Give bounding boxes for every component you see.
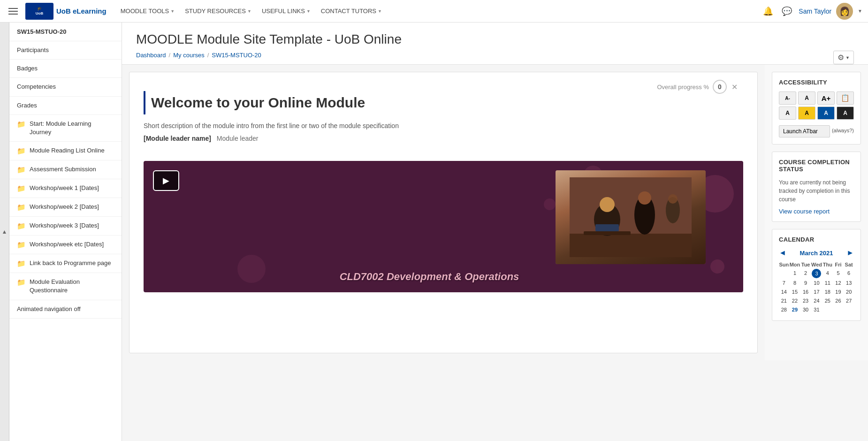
site-name[interactable]: UoB eLearning (56, 7, 107, 15)
cal-day-9[interactable]: 9 (800, 279, 811, 287)
sidebar-item-label: Workshop/week etc [Dates] (30, 240, 104, 249)
cal-header-fri: Fri (833, 261, 844, 268)
cal-day-26[interactable]: 26 (833, 297, 844, 305)
cal-day-7[interactable]: 7 (779, 279, 789, 287)
theme-default-button[interactable]: A (779, 106, 796, 120)
launch-atbar-label: Launch ATbar (783, 128, 818, 135)
folder-icon: 📁 (17, 120, 26, 129)
cal-day-18[interactable]: 18 (822, 288, 833, 296)
accessibility-panel: ACCESSIBILITY A- A A+ 📋 A A A A Launch A… (772, 72, 861, 144)
cal-day-1[interactable]: 1 (790, 269, 800, 278)
cal-day-10[interactable]: 10 (811, 279, 822, 287)
cal-day-5[interactable]: 5 (833, 269, 844, 278)
cal-header-sat: Sat (844, 261, 854, 268)
cal-day-16[interactable]: 16 (800, 288, 811, 296)
close-progress-button[interactable]: ✕ (731, 82, 739, 92)
video-play-button[interactable]: ▶ (153, 170, 179, 191)
cal-day-25[interactable]: 25 (822, 297, 833, 305)
font-normal-button[interactable]: A (798, 91, 815, 105)
nav-useful-links[interactable]: USEFUL LINKS ▼ (257, 5, 315, 17)
sidebar-item-start-journey[interactable]: 📁 Start: Module Learning Journey (9, 115, 122, 142)
cal-day-29[interactable]: 29 (790, 305, 800, 314)
settings-button[interactable]: ⚙ ▼ (833, 51, 854, 64)
page-layout: ▲ SW15-MSTUO-20 Participants Badges Comp… (0, 23, 868, 441)
sidebar-item-workshop1[interactable]: 📁 Workshop/week 1 [Dates] (9, 179, 122, 198)
cal-day-20[interactable]: 20 (844, 288, 854, 296)
cal-day-21[interactable]: 21 (779, 297, 789, 305)
cal-day-3-today[interactable]: 3 (812, 269, 821, 278)
hamburger-button[interactable] (6, 5, 21, 17)
completion-text: You are currently not being tracked by c… (779, 178, 854, 204)
sidebar-item-evaluation[interactable]: 📁 Module Evaluation Questionnaire (9, 273, 122, 300)
sidebar-item-workshop2[interactable]: 📁 Workshop/week 2 [Dates] (9, 198, 122, 217)
svg-rect-7 (595, 224, 619, 231)
cal-day-13[interactable]: 13 (844, 279, 854, 287)
theme-blue-button[interactable]: A (817, 106, 835, 120)
cal-day-4[interactable]: 4 (822, 269, 833, 278)
cal-day-31[interactable]: 31 (811, 305, 822, 314)
cal-day-22[interactable]: 22 (790, 297, 800, 305)
cal-day-15[interactable]: 15 (790, 288, 800, 296)
launch-atbar-button[interactable]: Launch ATbar (779, 125, 830, 137)
sidebar-item-label: Workshop/week 2 [Dates] (30, 203, 99, 211)
sidebar-item-competencies[interactable]: Competencies (9, 78, 122, 96)
sidebar-item-label: Competencies (17, 83, 56, 91)
nav-moodle-tools[interactable]: MOODLE TOOLS ▼ (116, 5, 179, 17)
sidebar-item-reading-list[interactable]: 📁 Module Reading List Online (9, 142, 122, 160)
notifications-button[interactable]: 🔔 (761, 4, 775, 18)
cal-day-11[interactable]: 11 (822, 279, 833, 287)
sidebar-item-workshop-etc[interactable]: 📁 Workshop/week etc [Dates] (9, 236, 122, 254)
nav-study-resources[interactable]: STUDY RESOURCES ▼ (180, 5, 256, 17)
cal-day-2[interactable]: 2 (800, 269, 811, 278)
calendar-prev-button[interactable]: ◄ (779, 249, 786, 257)
cal-day-27[interactable]: 27 (844, 297, 854, 305)
cal-day-17[interactable]: 17 (811, 288, 822, 296)
cal-day-28[interactable]: 28 (779, 305, 789, 314)
sidebar-item-assessment[interactable]: 📁 Assessment Submission (9, 160, 122, 179)
breadcrumb-my-courses[interactable]: My courses (173, 52, 204, 59)
sidebar-collapse-button[interactable]: ▲ (0, 23, 9, 441)
user-name[interactable]: Sam Taylor (799, 8, 831, 15)
welcome-heading: Welcome to your Online Module (144, 91, 743, 114)
cal-day-23[interactable]: 23 (800, 297, 811, 305)
folder-icon: 📁 (17, 166, 26, 174)
logo-text: 🎓UoB (36, 7, 43, 15)
sidebar-item-link-back[interactable]: 📁 Link back to Programme page (9, 254, 122, 273)
view-course-report-link[interactable]: View course report (779, 208, 830, 215)
sidebar-item-workshop3[interactable]: 📁 Workshop/week 3 [Dates] (9, 217, 122, 236)
sidebar-item-label: Assessment Submission (30, 165, 96, 174)
chevron-left-icon: ▲ (2, 228, 8, 235)
folder-icon: 📁 (17, 147, 26, 155)
cal-day-12[interactable]: 12 (833, 279, 844, 287)
welcome-title: Welcome to your Online Module (151, 95, 365, 111)
sidebar-item-badges[interactable]: Badges (9, 60, 122, 78)
cal-day-8[interactable]: 8 (790, 279, 800, 287)
breadcrumb-current[interactable]: SW15-MSTUO-20 (212, 52, 261, 59)
sidebar-item-grades[interactable]: Grades (9, 97, 122, 115)
nav-contact-tutors[interactable]: CONTACT TUTORS ▼ (316, 5, 387, 17)
cal-header-tue: Tue (800, 261, 811, 268)
page-title: MOODLE Module Site Template - UoB Online (136, 32, 854, 47)
completion-panel: COURSE COMPLETION STATUS You are current… (772, 152, 861, 222)
sidebar-item-participants[interactable]: Participants (9, 41, 122, 60)
font-increase-button[interactable]: A+ (817, 91, 835, 105)
progress-area: Overall progress % 0 ✕ (657, 80, 739, 94)
messages-button[interactable]: 💬 (780, 4, 794, 18)
theme-black-button[interactable]: A (837, 106, 854, 120)
sidebar-item-animated-nav[interactable]: Animated navigation off (9, 300, 122, 319)
avatar[interactable]: 👩 (836, 3, 853, 20)
user-menu-caret[interactable]: ▼ (858, 8, 862, 14)
folder-icon: 📁 (17, 222, 26, 230)
cal-day-empty3 (833, 305, 844, 314)
cal-day-14[interactable]: 14 (779, 288, 789, 296)
cal-day-6[interactable]: 6 (844, 269, 854, 278)
accessibility-options-button[interactable]: 📋 (837, 91, 854, 105)
calendar-next-button[interactable]: ► (846, 249, 854, 257)
theme-yellow-button[interactable]: A (798, 106, 815, 120)
breadcrumb-dashboard[interactable]: Dashboard (136, 52, 166, 59)
font-decrease-button[interactable]: A- (779, 91, 796, 105)
cal-day-19[interactable]: 19 (833, 288, 844, 296)
cal-day-24[interactable]: 24 (811, 297, 822, 305)
cal-day-30[interactable]: 30 (800, 305, 811, 314)
hamburger-icon (8, 8, 18, 15)
